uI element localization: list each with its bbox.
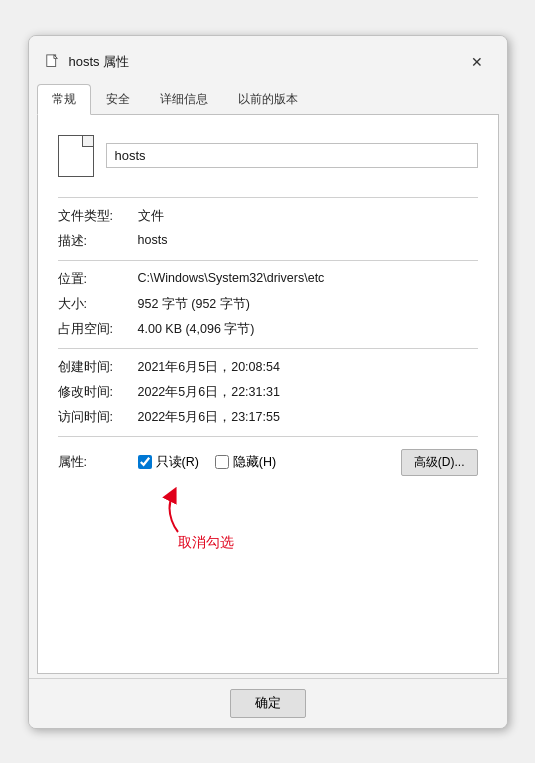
arrow-annotation: 取消勾选 bbox=[148, 484, 478, 552]
tab-general[interactable]: 常规 bbox=[37, 84, 91, 115]
modified-value: 2022年5月6日，22:31:31 bbox=[138, 384, 478, 401]
size-label: 大小: bbox=[58, 296, 138, 313]
annotation-text: 取消勾选 bbox=[178, 534, 234, 552]
file-name-input[interactable] bbox=[106, 143, 478, 168]
attributes-row: 属性: 只读(R) 隐藏(H) 高级(D)... bbox=[58, 449, 478, 476]
file-icon bbox=[58, 135, 94, 177]
divider-4 bbox=[58, 436, 478, 437]
arrow-icon bbox=[158, 484, 198, 534]
bottom-bar: 确定 bbox=[29, 678, 507, 728]
tabs-bar: 常规 安全 详细信息 以前的版本 bbox=[29, 84, 507, 114]
hidden-label: 隐藏(H) bbox=[233, 454, 276, 471]
ok-button[interactable]: 确定 bbox=[230, 689, 306, 718]
location-label: 位置: bbox=[58, 271, 138, 288]
advanced-button[interactable]: 高级(D)... bbox=[401, 449, 478, 476]
attributes-controls: 只读(R) 隐藏(H) 高级(D)... bbox=[138, 449, 478, 476]
modified-row: 修改时间: 2022年5月6日，22:31:31 bbox=[58, 384, 478, 401]
divider-2 bbox=[58, 260, 478, 261]
created-row: 创建时间: 2021年6月5日，20:08:54 bbox=[58, 359, 478, 376]
close-button[interactable]: ✕ bbox=[463, 48, 491, 76]
tab-details[interactable]: 详细信息 bbox=[145, 84, 223, 114]
desc-label: 描述: bbox=[58, 233, 138, 250]
size-row: 大小: 952 字节 (952 字节) bbox=[58, 296, 478, 313]
size-value: 952 字节 (952 字节) bbox=[138, 296, 478, 313]
file-name-row bbox=[58, 135, 478, 177]
file-type-row: 文件类型: 文件 bbox=[58, 208, 478, 225]
divider-1 bbox=[58, 197, 478, 198]
file-title-icon bbox=[45, 54, 61, 70]
disk-size-value: 4.00 KB (4,096 字节) bbox=[138, 321, 478, 338]
location-value: C:\Windows\System32\drivers\etc bbox=[138, 271, 478, 288]
desc-row: 描述: hosts bbox=[58, 233, 478, 250]
disk-size-row: 占用空间: 4.00 KB (4,096 字节) bbox=[58, 321, 478, 338]
accessed-value: 2022年5月6日，23:17:55 bbox=[138, 409, 478, 426]
file-type-value: 文件 bbox=[138, 208, 478, 225]
created-label: 创建时间: bbox=[58, 359, 138, 376]
title-bar-left: hosts 属性 bbox=[45, 53, 130, 71]
readonly-checkbox-item[interactable]: 只读(R) bbox=[138, 454, 199, 471]
title-bar: hosts 属性 ✕ bbox=[29, 36, 507, 84]
attributes-label: 属性: bbox=[58, 454, 138, 471]
file-type-label: 文件类型: bbox=[58, 208, 138, 225]
content-area: 文件类型: 文件 描述: hosts 位置: C:\Windows\System… bbox=[37, 114, 499, 674]
divider-3 bbox=[58, 348, 478, 349]
readonly-label: 只读(R) bbox=[156, 454, 199, 471]
location-row: 位置: C:\Windows\System32\drivers\etc bbox=[58, 271, 478, 288]
accessed-row: 访问时间: 2022年5月6日，23:17:55 bbox=[58, 409, 478, 426]
modified-label: 修改时间: bbox=[58, 384, 138, 401]
window-title: hosts 属性 bbox=[69, 53, 130, 71]
disk-size-label: 占用空间: bbox=[58, 321, 138, 338]
readonly-checkbox[interactable] bbox=[138, 455, 152, 469]
created-value: 2021年6月5日，20:08:54 bbox=[138, 359, 478, 376]
hidden-checkbox-item[interactable]: 隐藏(H) bbox=[215, 454, 276, 471]
dialog-window: hosts 属性 ✕ 常规 安全 详细信息 以前的版本 文件类型: 文件 描述:… bbox=[28, 35, 508, 729]
accessed-label: 访问时间: bbox=[58, 409, 138, 426]
tab-previous-versions[interactable]: 以前的版本 bbox=[223, 84, 313, 114]
desc-value: hosts bbox=[138, 233, 478, 250]
tab-security[interactable]: 安全 bbox=[91, 84, 145, 114]
hidden-checkbox[interactable] bbox=[215, 455, 229, 469]
